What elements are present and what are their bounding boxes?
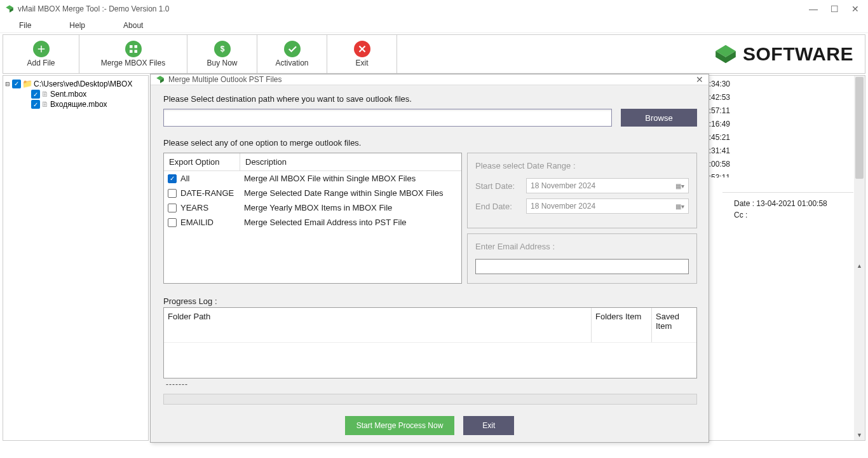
progress-label: Progress Log : xyxy=(163,296,697,306)
svg-text:$: $ xyxy=(220,45,224,53)
export-desc: Merge Selected Date Range within Single … xyxy=(244,188,458,198)
tree-panel: ⊟ ✓ 📁 C:\Users\ved\Desktop\MBOX ✓ 🗎 Sent… xyxy=(3,75,149,441)
list-item[interactable]: 1:00:58 xyxy=(703,158,853,171)
brand-name: SOFTWARE xyxy=(743,43,853,65)
scroll-down-icon[interactable]: ▼ xyxy=(854,429,865,440)
tree-root-label: C:\Users\ved\Desktop\MBOX xyxy=(34,80,132,88)
end-date-value: 18 November 2024 xyxy=(531,202,595,211)
detail-panel: Date : 13-04-2021 01:00:58 Cc : xyxy=(722,192,853,222)
export-opt: All xyxy=(180,174,189,183)
tree-root[interactable]: ⊟ ✓ 📁 C:\Users\ved\Desktop\MBOX xyxy=(4,78,147,89)
email-panel: Enter Email Address : xyxy=(467,233,697,284)
titlebar: vMail MBOX Merge Tool :- Demo Version 1.… xyxy=(0,0,868,18)
progress-head-items: Folders Item xyxy=(592,308,652,342)
checkbox-checked-icon[interactable]: ✓ xyxy=(31,100,40,109)
calendar-dropdown-icon[interactable]: ▦▾ xyxy=(675,183,684,190)
brand: SOFTWARE xyxy=(714,42,865,66)
folder-icon: 📁 xyxy=(22,79,32,88)
checkbox-checked-icon[interactable]: ✓ xyxy=(31,90,40,99)
checkbox-checked-icon[interactable]: ✓ xyxy=(12,80,21,88)
exit-button[interactable]: Exit xyxy=(327,35,397,73)
scrollbar-vertical[interactable]: ▲ ▼ xyxy=(854,76,865,440)
export-opt: EMAILID xyxy=(180,218,214,227)
dialog-exit-button[interactable]: Exit xyxy=(463,416,514,435)
svg-rect-1 xyxy=(134,45,137,48)
date-value: 13-04-2021 01:00:58 xyxy=(756,199,827,208)
scroll-up-icon[interactable]: ▲ xyxy=(854,260,865,271)
date-label: Date : xyxy=(734,199,754,208)
progress-table: Folder Path Folders Item Saved Item xyxy=(163,307,697,378)
list-item[interactable]: 5:57:11 xyxy=(703,104,853,118)
list-item[interactable]: 5:31:41 xyxy=(703,144,853,158)
svg-rect-3 xyxy=(134,50,137,53)
dialog-close-button[interactable]: ✕ xyxy=(696,74,703,85)
destination-input[interactable] xyxy=(163,109,612,127)
merge-button[interactable]: Merge MBOX Files xyxy=(79,35,187,73)
date-range-label: Please select Date Range : xyxy=(475,161,689,170)
minimize-button[interactable]: — xyxy=(809,4,818,14)
browse-button[interactable]: Browse xyxy=(621,109,697,127)
export-desc: Merge Selected Email Address into PST Fi… xyxy=(244,218,458,227)
buy-button[interactable]: $ Buy Now xyxy=(187,35,257,73)
export-desc: Merge All MBOX File within Single MBOX F… xyxy=(244,174,458,183)
progress-head-saved: Saved Item xyxy=(652,308,696,342)
start-date-picker[interactable]: 18 November 2024 ▦▾ xyxy=(526,178,689,193)
start-date-value: 18 November 2024 xyxy=(531,181,595,190)
list-item[interactable]: 6:16:49 xyxy=(703,118,853,131)
email-input[interactable] xyxy=(475,259,689,274)
app-icon xyxy=(5,4,14,13)
menubar: File Help About xyxy=(0,18,868,33)
export-row[interactable]: YEARS Merge Yearly MBOX Items in MBOX Fi… xyxy=(164,200,461,215)
checkbox-icon[interactable] xyxy=(168,204,177,212)
export-head-option: Export Option xyxy=(164,153,240,170)
merge-icon xyxy=(125,41,142,57)
file-icon: 🗎 xyxy=(41,100,49,109)
date-range-panel: Please select Date Range : Start Date: 1… xyxy=(467,153,697,228)
export-row[interactable]: EMAILID Merge Selected Email Address int… xyxy=(164,215,461,230)
checkbox-checked-icon[interactable]: ✓ xyxy=(168,174,177,183)
maximize-button[interactable]: ☐ xyxy=(831,4,839,14)
collapse-icon[interactable]: ⊟ xyxy=(4,81,11,87)
export-opt: DATE-RANGE xyxy=(180,188,234,198)
tree-file-label: Sent.mbox xyxy=(50,90,86,99)
menu-about[interactable]: About xyxy=(123,21,143,30)
menu-file[interactable]: File xyxy=(19,21,31,30)
list-item[interactable]: 7:53:11 xyxy=(703,171,853,177)
tree-file[interactable]: ✓ 🗎 Входящие.mbox xyxy=(4,99,147,109)
cc-label: Cc : xyxy=(734,211,747,219)
activation-button[interactable]: Activation xyxy=(257,35,327,73)
export-row[interactable]: DATE-RANGE Merge Selected Date Range wit… xyxy=(164,186,461,200)
menu-help[interactable]: Help xyxy=(69,21,85,30)
add-file-label: Add File xyxy=(27,59,55,67)
checkbox-icon[interactable] xyxy=(168,218,177,227)
svg-rect-0 xyxy=(130,45,133,48)
list-item[interactable]: 8:42:53 xyxy=(703,91,853,104)
export-opt: YEARS xyxy=(180,203,208,212)
close-button[interactable]: ✕ xyxy=(851,4,859,14)
buy-label: Buy Now xyxy=(207,59,237,67)
export-head-desc: Description xyxy=(240,153,461,170)
dialog-title: Merge Multiple Outlook PST Files xyxy=(168,75,696,84)
plus-icon xyxy=(33,41,50,57)
dollar-icon: $ xyxy=(214,41,231,57)
email-label: Enter Email Address : xyxy=(475,242,689,251)
tree-file-label: Входящие.mbox xyxy=(50,100,107,109)
dest-label: Please Select destination path where you… xyxy=(163,94,697,104)
list-item[interactable]: 8:45:21 xyxy=(703,131,853,144)
progress-dashes: ------- xyxy=(163,378,697,390)
file-icon: 🗎 xyxy=(41,90,49,99)
app-icon xyxy=(156,75,165,84)
end-date-picker[interactable]: 18 November 2024 ▦▾ xyxy=(526,198,689,214)
option-label: Please select any of one option to merge… xyxy=(163,138,697,148)
tree-file[interactable]: ✓ 🗎 Sent.mbox xyxy=(4,89,147,99)
scrollbar-thumb[interactable] xyxy=(855,77,864,179)
checkbox-icon[interactable] xyxy=(168,189,177,198)
end-date-label: End Date: xyxy=(475,202,526,211)
progress-head-path: Folder Path xyxy=(164,308,592,342)
start-merge-button[interactable]: Start Merge Process Now xyxy=(345,416,455,435)
export-row[interactable]: ✓All Merge All MBOX File within Single M… xyxy=(164,171,461,186)
calendar-dropdown-icon[interactable]: ▦▾ xyxy=(675,203,684,210)
check-icon xyxy=(284,41,301,57)
add-file-button[interactable]: Add File xyxy=(3,35,79,73)
list-item[interactable]: 8:34:30 xyxy=(703,78,853,91)
